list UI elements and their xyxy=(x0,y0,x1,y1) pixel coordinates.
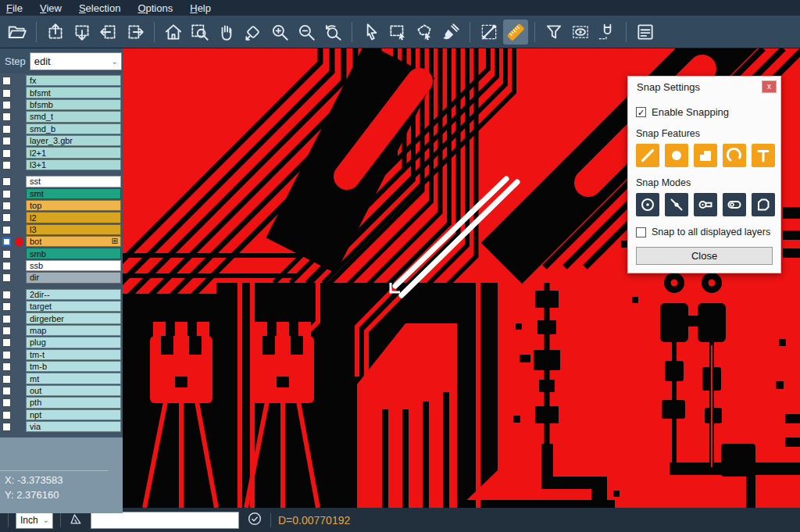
layer-name[interactable]: top xyxy=(26,200,121,211)
home-icon[interactable] xyxy=(161,20,186,45)
layer-visibility-checkbox[interactable] xyxy=(2,387,11,395)
layer-visibility-checkbox[interactable] xyxy=(2,351,11,359)
layer-row-smd_b[interactable]: smd_b xyxy=(0,123,123,135)
filter-icon[interactable] xyxy=(541,20,566,45)
layers-form-icon[interactable] xyxy=(633,20,658,45)
layer-name[interactable]: bfsmt xyxy=(26,87,121,98)
measure-input[interactable] xyxy=(91,512,239,529)
layer-row-tm-t[interactable]: tm-t xyxy=(0,349,123,361)
poly-select-icon[interactable] xyxy=(412,20,437,45)
layer-row-via[interactable]: via xyxy=(0,421,123,433)
layer-row-smt[interactable]: smt xyxy=(0,188,123,200)
ruler-icon[interactable] xyxy=(503,20,528,45)
layer-name[interactable]: layer_3.gbr xyxy=(26,135,121,146)
layer-visibility-checkbox[interactable] xyxy=(2,291,11,299)
snap-magnet-icon[interactable] xyxy=(595,20,620,45)
layer-name[interactable]: mt xyxy=(26,373,121,384)
layer-name[interactable]: smd_b xyxy=(26,123,121,134)
layer-visibility-checkbox[interactable] xyxy=(2,213,11,222)
menu-options[interactable]: Options xyxy=(138,2,173,14)
apply-check-icon[interactable] xyxy=(246,510,263,530)
layer-name[interactable]: via xyxy=(26,421,121,432)
layer-name[interactable]: out xyxy=(26,385,121,396)
snap-feature-text-button[interactable] xyxy=(752,144,775,167)
layer-row-2dir--[interactable]: 2dir-- xyxy=(0,289,123,301)
layer-row-l3[interactable]: l3 xyxy=(0,224,123,236)
layer-row-pth[interactable]: pth xyxy=(0,397,123,409)
layer-name[interactable]: bfsmb xyxy=(26,99,121,110)
layer-visibility-checkbox[interactable] xyxy=(2,237,11,246)
layer-visibility-checkbox[interactable] xyxy=(2,338,11,347)
snap-feature-arc-button[interactable] xyxy=(723,144,746,167)
layer-row-bfsmt[interactable]: bfsmt xyxy=(0,87,123,98)
layer-name[interactable]: l2+1 xyxy=(26,147,121,158)
snap-mode-midpoint-button[interactable] xyxy=(665,193,688,216)
layer-name[interactable]: l2 xyxy=(26,212,121,223)
layer-name[interactable]: fx xyxy=(26,75,121,86)
layer-row-map[interactable]: map xyxy=(0,325,123,337)
layer-row-l2+1[interactable]: l2+1 xyxy=(0,147,123,159)
snap-all-layers-checkbox[interactable] xyxy=(636,227,646,237)
layer-visibility-checkbox[interactable] xyxy=(2,327,11,335)
layer-visibility-checkbox[interactable] xyxy=(2,362,11,371)
layer-row-bot[interactable]: bot⊞ xyxy=(0,236,123,248)
clean-brush-icon[interactable] xyxy=(438,20,463,45)
layer-name[interactable]: plug xyxy=(26,337,121,348)
select-arrow-icon[interactable] xyxy=(359,20,384,45)
layer-row-smb[interactable]: smb xyxy=(0,248,123,259)
layer-visibility-checkbox[interactable] xyxy=(2,149,11,158)
layer-name[interactable]: map xyxy=(26,325,121,336)
close-icon[interactable]: x xyxy=(762,80,777,93)
pan-left-icon[interactable] xyxy=(96,20,121,45)
layer-visibility-checkbox[interactable] xyxy=(2,177,11,186)
snap-mode-center-button[interactable] xyxy=(636,193,659,216)
close-button[interactable]: Close xyxy=(636,247,773,265)
layer-visibility-checkbox[interactable] xyxy=(2,226,11,234)
open-folder-icon[interactable] xyxy=(5,20,30,45)
layer-name[interactable]: npt xyxy=(26,409,121,420)
layer-row-target[interactable]: target xyxy=(0,301,123,312)
layer-row-l2[interactable]: l2 xyxy=(0,212,123,223)
layer-row-dirgerber[interactable]: dirgerber xyxy=(0,312,123,324)
layer-row-npt[interactable]: npt xyxy=(0,409,123,421)
rect-select-icon[interactable] xyxy=(385,20,410,45)
layer-name[interactable]: ssb xyxy=(26,260,121,271)
snap-mode-slot-button[interactable] xyxy=(723,193,746,216)
layer-row-sst[interactable]: sst xyxy=(0,176,123,187)
layer-visibility-checkbox[interactable] xyxy=(2,423,11,431)
layer-visibility-checkbox[interactable] xyxy=(2,411,11,420)
menu-view[interactable]: View xyxy=(40,2,62,14)
layer-name[interactable]: dir xyxy=(26,272,121,283)
layer-name[interactable]: l3 xyxy=(26,224,121,235)
layer-row-layer_3.gbr[interactable]: layer_3.gbr xyxy=(0,135,123,147)
layer-visibility-checkbox[interactable] xyxy=(2,161,11,170)
menu-file[interactable]: File xyxy=(6,2,23,14)
step-dropdown[interactable]: edit ⌄ xyxy=(30,52,122,70)
layer-visibility-checkbox[interactable] xyxy=(2,112,11,121)
pan-down-icon[interactable] xyxy=(70,20,95,45)
layer-name[interactable]: bot⊞ xyxy=(26,236,121,247)
snap-feature-line-button[interactable] xyxy=(636,144,659,167)
layer-visibility-checkbox[interactable] xyxy=(2,273,11,282)
zoom-window-icon[interactable] xyxy=(241,20,266,45)
layer-visibility-checkbox[interactable] xyxy=(2,302,11,311)
enable-snapping-checkbox[interactable]: ✓ xyxy=(636,107,646,117)
layer-visibility-checkbox[interactable] xyxy=(2,89,11,98)
zoom-previous-icon[interactable] xyxy=(320,20,345,45)
layer-visibility-checkbox[interactable] xyxy=(2,77,11,85)
layer-visibility-checkbox[interactable] xyxy=(2,190,11,198)
zoom-in-icon[interactable] xyxy=(267,20,292,45)
layer-name[interactable]: 2dir-- xyxy=(26,289,121,300)
dialog-title-bar[interactable]: Snap Settings x xyxy=(628,77,780,97)
snap-feature-surface-button[interactable] xyxy=(694,144,717,167)
layer-visibility-checkbox[interactable] xyxy=(2,375,11,384)
snap-mode-contour-button[interactable] xyxy=(752,193,775,216)
pan-hand-icon[interactable] xyxy=(214,20,239,45)
layer-visibility-checkbox[interactable] xyxy=(2,137,11,145)
layer-name[interactable]: dirgerber xyxy=(26,312,121,323)
menu-selection[interactable]: Selection xyxy=(79,2,120,14)
layer-visibility-checkbox[interactable] xyxy=(2,250,11,259)
layer-row-fx[interactable]: fx xyxy=(0,75,123,87)
layer-visibility-checkbox[interactable] xyxy=(2,262,11,270)
layer-visibility-checkbox[interactable] xyxy=(2,315,11,323)
